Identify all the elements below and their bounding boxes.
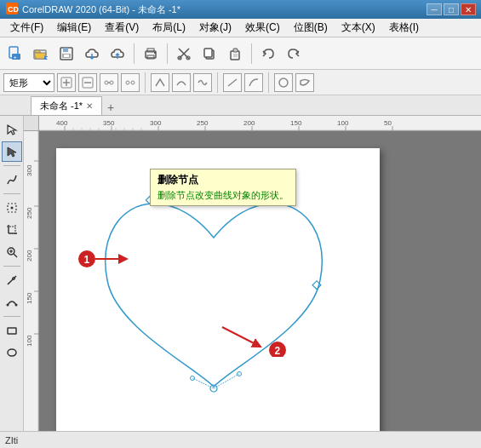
svg-rect-9 — [63, 48, 68, 52]
toolbox — [0, 116, 24, 448]
svg-point-32 — [126, 81, 129, 84]
toolbar-sep-3 — [251, 43, 252, 64]
shape-type-select[interactable]: 矩形 — [3, 73, 54, 92]
prop-del-node[interactable] — [78, 73, 97, 92]
svg-text:200: 200 — [243, 119, 255, 127]
menu-bar: 文件(F) 编辑(E) 查看(V) 布局(L) 对象(J) 效果(C) 位图(B… — [0, 19, 481, 37]
svg-text:400: 400 — [56, 119, 68, 127]
transform-tool[interactable] — [2, 198, 22, 218]
toolbar-sep-1 — [134, 43, 135, 64]
minimize-button[interactable]: ─ — [427, 3, 442, 15]
prop-symmetrical[interactable] — [193, 73, 212, 92]
svg-text:CD: CD — [8, 5, 19, 14]
open-button[interactable]: ▼ — [29, 42, 53, 66]
svg-rect-21 — [233, 49, 238, 52]
ruler-v-svg: 300 250 200 150 100 — [24, 131, 39, 448]
menu-edit[interactable]: 编辑(E) — [50, 19, 98, 37]
undo-button[interactable] — [256, 42, 280, 66]
shape-tool[interactable] — [2, 141, 22, 162]
svg-point-33 — [131, 81, 135, 84]
svg-text:▼: ▼ — [45, 55, 49, 60]
menu-effects[interactable]: 效果(C) — [238, 19, 287, 37]
svg-rect-49 — [8, 328, 16, 334]
tool-sep-2 — [3, 193, 20, 194]
status-text: ZIti — [5, 435, 18, 445]
menu-object[interactable]: 对象(J) — [192, 19, 238, 37]
tool-sep-4 — [3, 316, 20, 317]
svg-text:250: 250 — [197, 119, 209, 127]
rectangle-tool[interactable] — [2, 320, 22, 341]
close-button[interactable]: ✕ — [461, 3, 476, 15]
paste-button[interactable] — [223, 42, 247, 66]
prop-to-curve[interactable] — [244, 73, 263, 92]
prop-join-nodes[interactable] — [100, 73, 118, 92]
tool-sep-1 — [3, 165, 20, 166]
svg-line-43 — [14, 254, 17, 257]
freehand-tool[interactable] — [2, 169, 22, 190]
svg-point-37 — [10, 207, 13, 210]
cut-button[interactable] — [172, 42, 196, 66]
svg-line-34 — [228, 79, 237, 86]
ellipse-tool[interactable] — [2, 342, 22, 363]
print-button[interactable] — [139, 42, 163, 66]
svg-text:300: 300 — [26, 164, 33, 176]
title-bar: CD CorelDRAW 2020 (64-Bit) - 未命名 -1* ─ □… — [0, 0, 481, 19]
svg-text:200: 200 — [26, 250, 33, 261]
main-layout: 未命名 -1* ✕ + — [0, 95, 481, 448]
svg-point-48 — [14, 304, 17, 307]
heart-svg — [73, 157, 354, 404]
prop-add-node[interactable] — [57, 73, 76, 92]
svg-text:250: 250 — [26, 207, 33, 219]
menu-table[interactable]: 表格(I) — [382, 19, 426, 37]
tool-sep-3 — [3, 266, 20, 267]
canvas[interactable]: 1 — [39, 131, 481, 448]
copy-button[interactable] — [198, 42, 221, 66]
toolbar: + ▼ — [0, 37, 481, 70]
tab-bar: 未命名 -1* ✕ + — [0, 95, 481, 116]
crop-tool[interactable] — [2, 220, 22, 240]
zoom-tool[interactable] — [2, 242, 22, 262]
prop-close-curve[interactable] — [274, 73, 293, 92]
svg-text:150: 150 — [26, 292, 33, 304]
menu-view[interactable]: 查看(V) — [98, 19, 146, 37]
canvas-wrap[interactable]: 400 350 300 250 200 150 100 — [24, 116, 481, 448]
tab-unnamed1[interactable]: 未命名 -1* ✕ — [31, 96, 102, 115]
title-bar-text: CorelDRAW 2020 (64-Bit) - 未命名 -1* — [22, 3, 427, 16]
title-controls: ─ □ ✕ — [427, 3, 476, 15]
ruler-corner — [24, 116, 39, 131]
prop-reverse[interactable] — [295, 73, 314, 92]
menu-layout[interactable]: 布局(L) — [146, 19, 192, 37]
redo-button[interactable] — [282, 42, 306, 66]
publish-button[interactable] — [106, 42, 129, 66]
svg-text:350: 350 — [103, 119, 115, 127]
prop-break-nodes[interactable] — [121, 73, 140, 92]
svg-point-30 — [110, 81, 113, 84]
svg-rect-15 — [154, 52, 156, 54]
tab-add-button[interactable]: + — [102, 100, 119, 115]
maximize-button[interactable]: □ — [444, 3, 459, 15]
menu-text[interactable]: 文本(X) — [335, 19, 382, 37]
ruler-h-svg: 400 350 300 250 200 150 100 — [39, 116, 481, 131]
tab-label: 未命名 -1* — [40, 100, 83, 112]
prop-sep-2 — [217, 72, 218, 93]
svg-point-47 — [6, 304, 9, 307]
ruler-vertical: 300 250 200 150 100 — [24, 131, 39, 448]
prop-cusp[interactable] — [151, 73, 169, 92]
svg-text:50: 50 — [384, 119, 392, 127]
menu-file[interactable]: 文件(F) — [3, 19, 50, 37]
menu-bitmap[interactable]: 位图(B) — [287, 19, 335, 37]
save-button[interactable] — [54, 42, 78, 66]
tab-close-icon[interactable]: ✕ — [86, 101, 93, 111]
new-button[interactable]: + — [3, 42, 27, 66]
svg-point-35 — [279, 78, 288, 87]
select-tool[interactable] — [2, 119, 22, 140]
app-icon: CD — [5, 2, 19, 18]
svg-point-50 — [8, 349, 16, 356]
prop-smooth[interactable] — [172, 73, 191, 92]
cloudsave-button[interactable] — [80, 42, 104, 66]
prop-to-line[interactable] — [223, 73, 242, 92]
svg-text:150: 150 — [290, 119, 302, 127]
pen-tool[interactable] — [2, 270, 22, 290]
smooth-tool[interactable] — [2, 292, 22, 313]
prop-sep-3 — [268, 72, 269, 93]
